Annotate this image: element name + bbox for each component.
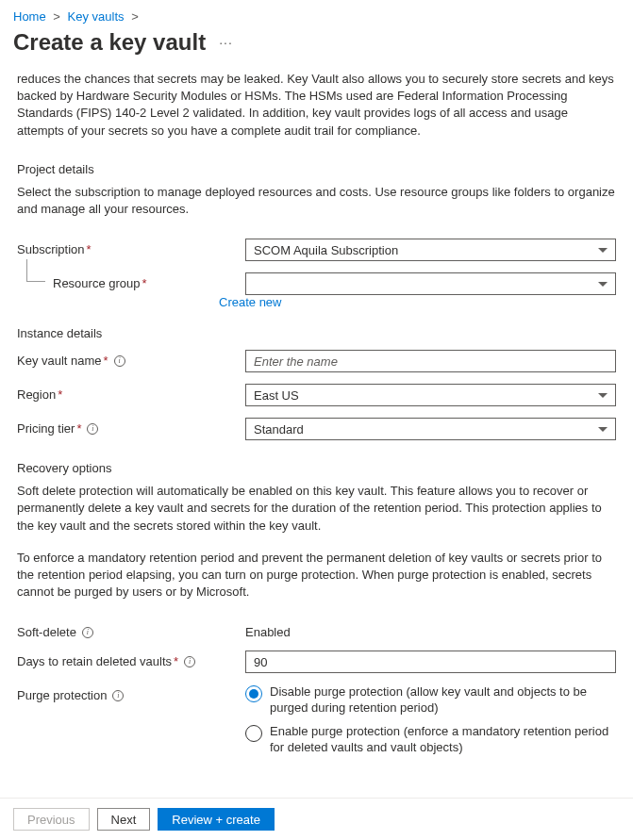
next-button[interactable]: Next [97,808,151,831]
footer-bar: Previous Next Review + create [0,798,633,840]
previous-button[interactable]: Previous [13,808,90,831]
purge-enable-label: Enable purge protection (enforce a manda… [270,724,609,756]
recovery-header: Recovery options [17,461,616,475]
chevron-down-icon [598,282,608,287]
resource-group-label: Resource group* [17,272,245,290]
project-details-header: Project details [17,162,616,176]
purge-protection-label: Purge protection i [17,684,245,702]
pricing-tier-select[interactable]: Standard [245,418,616,440]
chevron-down-icon [598,393,608,398]
more-icon[interactable]: ··· [219,35,233,50]
chevron-right-icon: > [131,9,139,24]
create-new-link[interactable]: Create new [219,295,281,309]
region-select[interactable]: East US [245,384,616,406]
days-retain-label: Days to retain deleted vaults* i [17,651,245,668]
instance-details-header: Instance details [17,326,616,340]
subscription-label: Subscription* [17,239,245,256]
resource-group-select[interactable] [245,272,616,295]
review-create-button[interactable]: Review + create [158,808,275,831]
info-icon[interactable]: i [114,355,125,367]
subscription-select[interactable]: SCOM Aquila Subscription [245,239,616,261]
purge-disable-radio[interactable] [245,685,262,702]
project-details-desc: Select the subscription to manage deploy… [17,184,616,218]
soft-delete-value: Enabled [245,621,616,639]
soft-delete-label: Soft-delete i [17,621,245,639]
chevron-down-icon [598,427,608,432]
days-retain-input[interactable] [245,651,616,673]
pricing-tier-label: Pricing tier* i [17,418,245,436]
keyvault-name-input[interactable] [245,350,616,372]
breadcrumb-home[interactable]: Home [13,9,46,24]
region-value: East US [254,388,299,403]
intro-text: reduces the chances that secrets may be … [17,71,616,140]
info-icon[interactable]: i [87,423,98,435]
breadcrumb: Home > Key vaults > [0,0,633,27]
info-icon[interactable]: i [184,656,195,667]
recovery-desc2: To enforce a mandatory retention period … [17,550,616,601]
page-title: Create a key vault [13,29,206,56]
chevron-right-icon: > [53,9,60,24]
subscription-value: SCOM Aquila Subscription [254,243,398,257]
purge-disable-label: Disable purge protection (allow key vaul… [270,684,609,716]
purge-enable-radio[interactable] [245,725,262,742]
page-title-bar: Create a key vault ··· [0,27,633,63]
chevron-down-icon [598,248,608,253]
keyvault-name-label: Key vault name* i [17,350,245,368]
recovery-desc1: Soft delete protection will automaticall… [17,483,616,535]
region-label: Region* [17,384,245,402]
pricing-tier-value: Standard [254,422,304,436]
info-icon[interactable]: i [82,627,93,638]
breadcrumb-keyvaults[interactable]: Key vaults [68,9,125,24]
info-icon[interactable]: i [112,690,124,701]
